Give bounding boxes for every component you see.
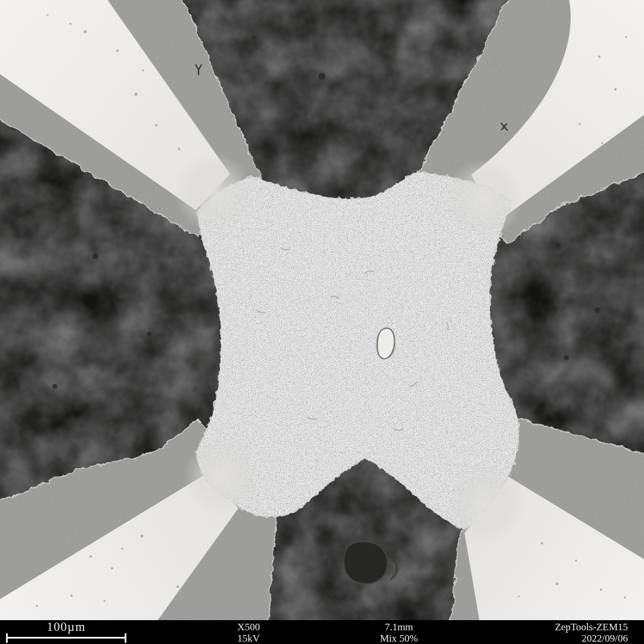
magnification-readout: X500 15kV [237, 621, 260, 644]
micrograph-canvas [0, 0, 644, 620]
scale-bar-label: 100µm [6, 621, 126, 633]
instrument-name: ZepTools-ZEM15 [555, 621, 628, 633]
detector-mix-value: Mix 50% [380, 633, 418, 644]
instrument-readout: ZepTools-ZEM15 2022/09/06 [555, 621, 628, 644]
scale-bar-group: 100µm [6, 621, 126, 643]
scale-bar-icon [6, 633, 126, 643]
capture-date: 2022/09/06 [555, 633, 628, 644]
sem-micrograph-viewer: 100µm X500 15kV 7.1mm Mix 50% ZepTools-Z… [0, 0, 644, 644]
magnification-value: X500 [237, 621, 260, 633]
film-grain-overlay [0, 0, 644, 620]
distance-readout: 7.1mm Mix 50% [380, 621, 418, 644]
voltage-value: 15kV [237, 633, 260, 644]
working-distance-value: 7.1mm [380, 621, 418, 633]
status-bar: 100µm X500 15kV 7.1mm Mix 50% ZepTools-Z… [0, 620, 644, 644]
